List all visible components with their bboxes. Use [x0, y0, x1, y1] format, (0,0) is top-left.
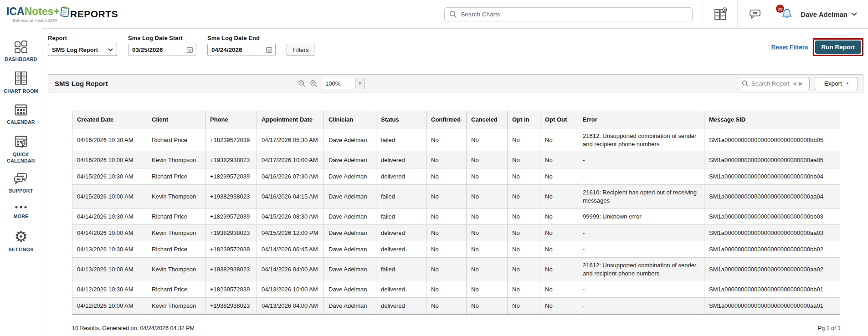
table-cell: Kevin Thompson	[147, 152, 205, 168]
table-cell: delivered	[376, 225, 426, 241]
filters-button[interactable]: Filters	[287, 44, 314, 56]
table-cell: No	[467, 241, 508, 258]
table-cell: -	[578, 241, 704, 258]
table-cell: +19382938023	[205, 298, 257, 314]
table-row: 04/13/2026 10:00 AMKevin Thompson+193829…	[72, 258, 840, 281]
table-cell: Richard Price	[147, 128, 205, 152]
table-cell: 04/14/2026 06:45 AM	[257, 241, 324, 258]
reset-filters-link[interactable]: Reset Filters	[771, 44, 808, 51]
table-cell: SM1a00000000000000000000000000bb02	[704, 241, 840, 258]
table-cell: -	[578, 281, 704, 298]
filter-bar: Report SMS Log Report Sms Log Date Start…	[42, 29, 868, 56]
logo-tagline: Behavioral Health EHR	[6, 18, 60, 23]
sidebar-item-quick-calendar[interactable]: QUICK CALENDAR	[1, 134, 41, 164]
table-row: 04/16/2026 10:30 AMRichard Price+1823957…	[72, 128, 840, 152]
table-row: 04/14/2026 10:00 AMKevin Thompson+193829…	[72, 225, 840, 241]
sidebar-item-chart-room[interactable]: CHART ROOM	[1, 71, 41, 94]
calendar-icon[interactable]: 30	[186, 46, 193, 53]
sidebar-item-calendar[interactable]: CALENDAR	[1, 103, 41, 125]
logo-wordmark: ICANotes+	[6, 6, 60, 17]
table-cell: failed	[376, 258, 426, 281]
report-label: Report	[48, 35, 117, 41]
table-cell: No	[508, 152, 540, 168]
date-end-field: Sms Log Date End 30	[207, 35, 276, 56]
sidebar-item-more[interactable]: MORE	[1, 205, 41, 219]
chart-cabinet-add-button[interactable]	[703, 0, 737, 28]
dashboard-icon	[14, 40, 28, 54]
table-cell: No	[467, 225, 508, 241]
date-start-input[interactable]	[132, 46, 186, 53]
table-cell: +18239572039	[205, 168, 257, 185]
column-header-created-date: Created Date	[72, 111, 147, 128]
table-cell: No	[508, 168, 540, 185]
table-cell: No	[467, 128, 508, 152]
zoom-out-icon[interactable]	[298, 80, 306, 87]
search-charts-input[interactable]	[461, 11, 688, 18]
table-cell: failed	[376, 128, 426, 152]
table-cell: 04/15/2026 10:00 AM	[72, 185, 147, 209]
sidebar-item-dashboard[interactable]: DASHBOARD	[1, 40, 41, 62]
sidebar-label: DASHBOARD	[5, 56, 37, 62]
chevron-down-icon	[108, 48, 113, 51]
sidebar-label: SUPPORT	[9, 188, 33, 194]
user-area: 10 Dave Adelman	[772, 0, 868, 28]
zoom-in-icon[interactable]	[310, 80, 318, 87]
column-header-client: Client	[147, 111, 205, 128]
user-menu[interactable]: Dave Adelman	[801, 10, 857, 18]
run-report-button[interactable]: Run Report	[815, 41, 862, 54]
sidebar-item-support[interactable]: SUPPORT	[1, 173, 41, 194]
table-cell: No	[508, 128, 540, 152]
support-icon	[14, 173, 28, 185]
table-cell: No	[426, 128, 467, 152]
quick-calendar-icon	[14, 134, 28, 149]
table-cell: Richard Price	[147, 281, 205, 298]
table-cell: No	[426, 225, 467, 241]
table-cell: +19382938023	[205, 152, 257, 168]
notepad-icon	[59, 5, 71, 18]
messages-button[interactable]	[737, 0, 772, 28]
date-end-input[interactable]	[211, 46, 266, 53]
table-row: 04/16/2026 10:00 AMKevin Thompson+193829…	[72, 152, 840, 168]
export-button[interactable]: Export ▾	[815, 77, 858, 90]
table-cell: Dave Adelman	[324, 298, 376, 314]
sidebar-item-settings[interactable]: ⚙ SETTINGS	[1, 229, 41, 253]
table-cell: Dave Adelman	[324, 152, 376, 168]
calendar-icon[interactable]: 30	[266, 46, 272, 53]
zoom-level-value[interactable]: 100%	[322, 78, 355, 89]
table-cell: No	[508, 258, 540, 281]
table-cell: Dave Adelman	[324, 225, 376, 241]
table-cell: No	[508, 298, 540, 314]
next-match-icon[interactable]: ▶	[799, 81, 802, 86]
table-cell: 04/17/2026 10:00 AM	[257, 152, 324, 168]
table-cell: No	[467, 258, 508, 281]
zoom-dropdown-arrow-icon[interactable]: ▾	[355, 78, 365, 89]
table-cell: SM1a00000000000000000000000000aa02	[704, 258, 840, 281]
notifications-button[interactable]: 10	[781, 8, 793, 20]
top-header: ICANotes+ Behavioral Health EHR REPORTS	[0, 0, 868, 28]
column-header-clinician: Clinician	[324, 111, 376, 128]
page-indicator: Pg 1 of 1	[818, 325, 841, 331]
svg-text:30: 30	[267, 50, 270, 52]
icanotes-logo[interactable]: ICANotes+ Behavioral Health EHR	[0, 6, 60, 23]
results-summary: 10 Results, Generated on: 04/24/2026 04:…	[72, 325, 195, 331]
table-cell: 04/12/2026 10:30 AM	[72, 281, 147, 298]
search-charts-box[interactable]	[444, 7, 693, 21]
table-cell: SM1a00000000000000000000000000bb01	[704, 281, 840, 298]
messages-icon	[749, 9, 761, 20]
table-cell: Kevin Thompson	[147, 225, 205, 241]
table-cell: Dave Adelman	[324, 209, 376, 225]
table-cell: delivered	[376, 281, 426, 298]
table-cell: -	[578, 168, 704, 185]
prev-match-icon[interactable]: ◀	[792, 81, 796, 86]
table-cell: No	[467, 152, 508, 168]
report-select[interactable]: SMS Log Report	[48, 44, 117, 56]
table-row: 04/12/2026 10:30 AMRichard Price+1823957…	[72, 281, 840, 298]
column-header-opt-out: Opt Out	[540, 111, 578, 128]
search-report-input[interactable]	[751, 80, 790, 87]
column-header-phone: Phone	[205, 111, 257, 128]
chart-cabinet-add-icon	[713, 7, 728, 21]
table-cell: 04/13/2026 10:00 AM	[257, 281, 324, 298]
chart-room-icon	[14, 71, 28, 86]
table-cell: -	[578, 152, 704, 168]
sidebar-label: CHART ROOM	[4, 88, 38, 94]
